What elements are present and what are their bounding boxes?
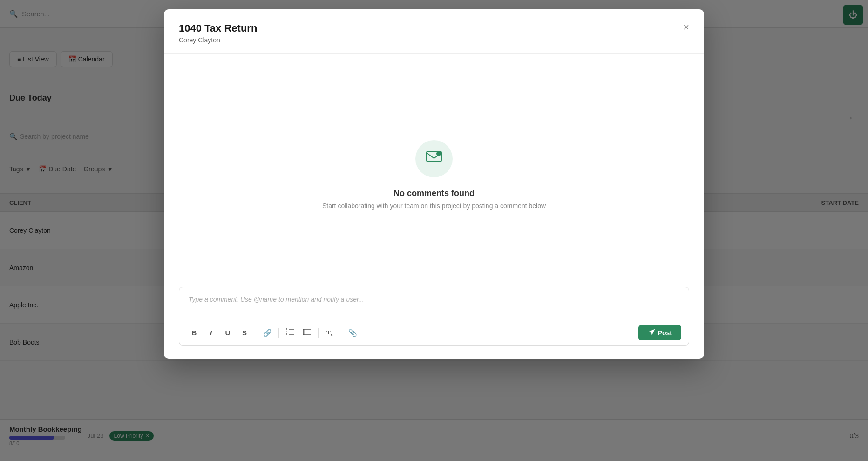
svg-text:3: 3 (286, 332, 287, 335)
toolbar-attachment-button[interactable]: 📎 (345, 325, 360, 340)
ordered-list-icon: 1 2 3 (286, 328, 294, 338)
modal-subtitle: Corey Clayton (179, 36, 257, 44)
toolbar-bold-button[interactable]: B (187, 325, 202, 340)
comment-placeholder: Type a comment. Use @name to mention and… (189, 296, 364, 303)
toolbar-strike-button[interactable]: S (237, 325, 252, 340)
underline-icon: U (225, 329, 231, 337)
modal-close-button[interactable]: × (683, 22, 689, 33)
empty-state-icon-wrap (415, 140, 453, 177)
modal: 1040 Tax Return Corey Clayton × No comme… (164, 9, 704, 359)
svg-point-11 (303, 329, 305, 331)
toolbar-divider-4 (341, 328, 341, 338)
empty-state-subtitle: Start collaborating with your team on th… (322, 202, 546, 210)
svg-point-13 (303, 333, 305, 335)
unordered-list-icon (303, 328, 311, 337)
comment-editor: Type a comment. Use @name to mention and… (179, 287, 689, 346)
link-icon: 🔗 (263, 329, 272, 337)
toolbar-clear-button[interactable]: Tx (322, 325, 337, 340)
post-button[interactable]: Post (638, 325, 681, 340)
svg-point-1 (436, 151, 441, 156)
toolbar-unordered-list-button[interactable] (299, 325, 314, 340)
empty-state-title: No comments found (393, 189, 475, 198)
modal-body: No comments found Start collaborating wi… (164, 54, 704, 287)
italic-icon: I (210, 329, 212, 337)
modal-title-group: 1040 Tax Return Corey Clayton (179, 22, 257, 44)
post-label: Post (658, 329, 672, 337)
strike-icon: S (242, 329, 247, 337)
toolbar-ordered-list-button[interactable]: 1 2 3 (283, 325, 298, 340)
modal-title: 1040 Tax Return (179, 22, 257, 34)
bold-icon: B (192, 329, 197, 337)
svg-point-12 (303, 331, 305, 333)
toolbar-divider-2 (278, 328, 279, 338)
modal-footer: Type a comment. Use @name to mention and… (164, 287, 704, 359)
toolbar-divider-1 (256, 328, 256, 338)
toolbar-italic-button[interactable]: I (203, 325, 218, 340)
toolbar-link-button[interactable]: 🔗 (260, 325, 275, 340)
toolbar-divider-3 (318, 328, 319, 338)
comment-input[interactable]: Type a comment. Use @name to mention and… (179, 287, 689, 320)
attachment-icon: 📎 (348, 329, 357, 337)
modal-header: 1040 Tax Return Corey Clayton × (164, 9, 704, 54)
send-icon (648, 329, 655, 337)
comment-toolbar: B I U S 🔗 (179, 320, 689, 345)
email-icon (426, 150, 442, 168)
clear-format-icon: Tx (326, 329, 333, 337)
toolbar-underline-button[interactable]: U (220, 325, 235, 340)
